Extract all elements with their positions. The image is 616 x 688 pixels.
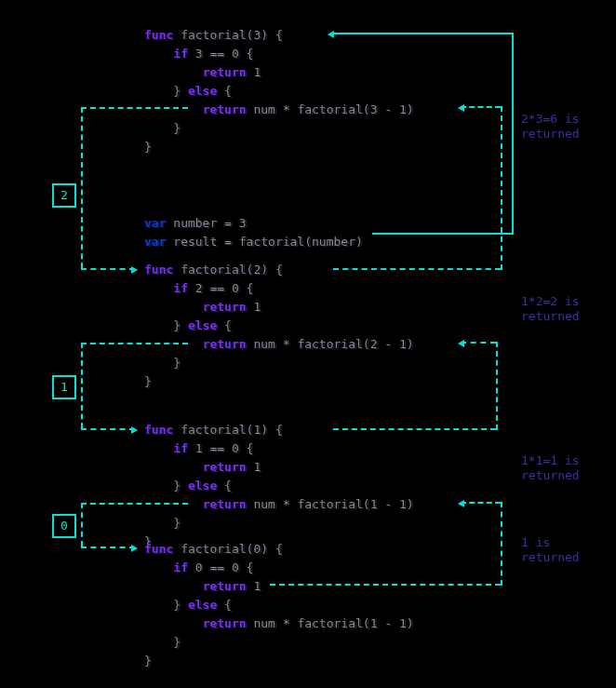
badge-2: 2 [52, 183, 76, 208]
note-return-2: 1*2=2 is returned [521, 294, 580, 324]
code-line: return 1 [144, 63, 261, 82]
arrow-recurse-2 [81, 107, 188, 109]
code-line: } [144, 652, 152, 670]
arrow-return-1 [270, 584, 501, 586]
code-line: if 0 == 0 { [144, 559, 253, 577]
arrow-return-3 [333, 268, 501, 270]
code-line: if 1 == 0 { [144, 439, 253, 458]
code-line: return num * factorial(2 - 1) [144, 335, 414, 354]
note-return-3: 2*3=6 is returned [521, 112, 580, 142]
code-line: } else { [144, 477, 232, 495]
code-line: func factorial(3) { [144, 26, 283, 45]
arrow-return-2 [333, 428, 496, 430]
note-return-1: 1*1=1 is returned [521, 453, 580, 483]
code-line: func factorial(0) { [144, 540, 283, 559]
code-line: } else { [144, 82, 232, 101]
arrow-call-3 [372, 233, 512, 235]
code-line: if 3 == 0 { [144, 45, 253, 63]
code-line: var number = 3 [144, 214, 247, 233]
arrow-recurse-0 [81, 503, 188, 505]
code-line: return num * factorial(1 - 1) [144, 614, 414, 633]
code-line: return 1 [144, 298, 261, 317]
recursion-diagram: func factorial(3) {func factorial(3) { i… [0, 0, 616, 688]
code-line: } [144, 138, 152, 156]
code-line: return 1 [144, 458, 261, 477]
arrow-recurse-1 [81, 343, 188, 344]
code-line: } [144, 514, 181, 533]
code-line: } [144, 372, 152, 391]
code-line: if 2 == 0 { [144, 279, 253, 298]
code-line: } [144, 354, 181, 372]
code-line: } [144, 633, 181, 652]
code-line: return num * factorial(1 - 1) [144, 495, 414, 514]
code-line: return num * factorial(3 - 1) [144, 101, 414, 119]
code-line: var result = factorial(number) [144, 233, 363, 251]
note-return-0: 1 is returned [521, 535, 580, 565]
code-line: } else { [144, 317, 232, 335]
code-line: return 1 [144, 577, 261, 596]
code-line: func factorial(1) { [144, 421, 283, 439]
code-line: } else { [144, 596, 232, 614]
code-line: } [144, 119, 181, 138]
badge-0: 0 [52, 514, 76, 538]
badge-1: 1 [52, 375, 76, 399]
code-line: func factorial(2) { [144, 261, 283, 279]
